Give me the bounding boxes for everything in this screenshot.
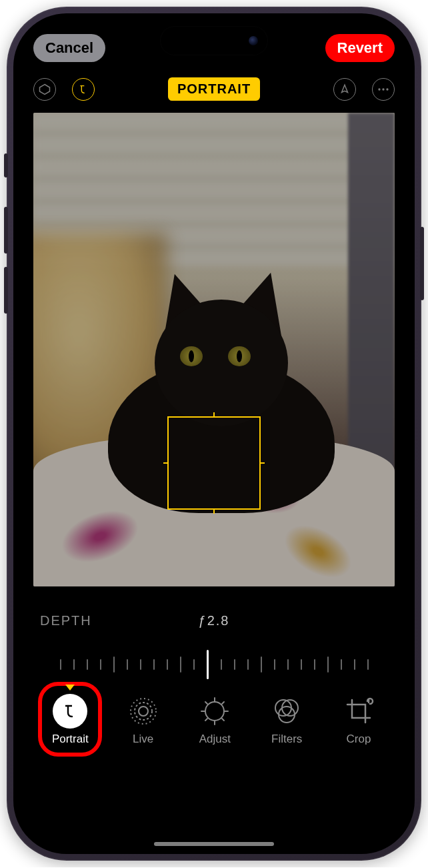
phone-frame: Cancel Revert PORTRAIT [7, 7, 421, 861]
svg-point-9 [205, 702, 224, 721]
more-icon[interactable] [372, 78, 395, 101]
edit-toolbar: Portrait Live Adjust Filters [13, 685, 415, 755]
tool-live-label: Live [133, 733, 153, 746]
tool-portrait-label: Portrait [52, 733, 89, 746]
mode-bar: PORTRAIT [13, 68, 415, 113]
home-indicator[interactable] [154, 842, 274, 846]
mode-badge: PORTRAIT [168, 77, 260, 101]
cancel-button[interactable]: Cancel [33, 34, 105, 62]
svg-point-4 [386, 88, 388, 90]
tool-filters-label: Filters [271, 733, 302, 746]
f-icon [53, 694, 87, 729]
adjust-icon [197, 694, 232, 729]
tool-live[interactable]: Live [126, 694, 161, 746]
tool-adjust-label: Adjust [199, 733, 231, 746]
depth-label: DEPTH [40, 613, 92, 628]
crop-icon [341, 694, 376, 729]
svg-line-14 [205, 702, 207, 704]
dynamic-island [161, 27, 267, 55]
depth-readout: DEPTH ƒ2.8 [13, 586, 415, 628]
svg-point-2 [378, 88, 380, 90]
live-icon [126, 694, 161, 729]
portrait-lighting-icon[interactable] [33, 78, 56, 101]
active-indicator-icon [65, 685, 75, 691]
photo-preview[interactable] [33, 113, 395, 586]
side-switch [4, 153, 8, 177]
tool-crop-label: Crop [347, 733, 371, 746]
svg-point-3 [382, 88, 384, 90]
tool-portrait[interactable]: Portrait [52, 694, 89, 746]
screen: Cancel Revert PORTRAIT [13, 13, 415, 854]
depth-slider[interactable] [40, 644, 388, 685]
slider-cursor[interactable] [207, 650, 209, 679]
svg-point-7 [135, 703, 152, 720]
markup-icon[interactable] [333, 78, 356, 101]
svg-line-15 [222, 719, 224, 721]
svg-point-6 [139, 707, 148, 716]
depth-value: ƒ2.8 [199, 613, 230, 628]
front-camera [249, 36, 258, 45]
aperture-icon[interactable] [72, 78, 95, 101]
power-button [420, 227, 424, 300]
tool-adjust[interactable]: Adjust [197, 694, 232, 746]
tool-filters[interactable]: Filters [269, 694, 304, 746]
svg-marker-0 [40, 84, 50, 94]
filters-icon [269, 694, 304, 729]
focus-indicator[interactable] [167, 416, 261, 510]
revert-button[interactable]: Revert [325, 34, 395, 62]
volume-up [4, 207, 8, 254]
tool-crop[interactable]: Crop [341, 694, 376, 746]
volume-down [4, 267, 8, 314]
svg-line-16 [205, 719, 207, 721]
svg-line-17 [222, 702, 224, 704]
